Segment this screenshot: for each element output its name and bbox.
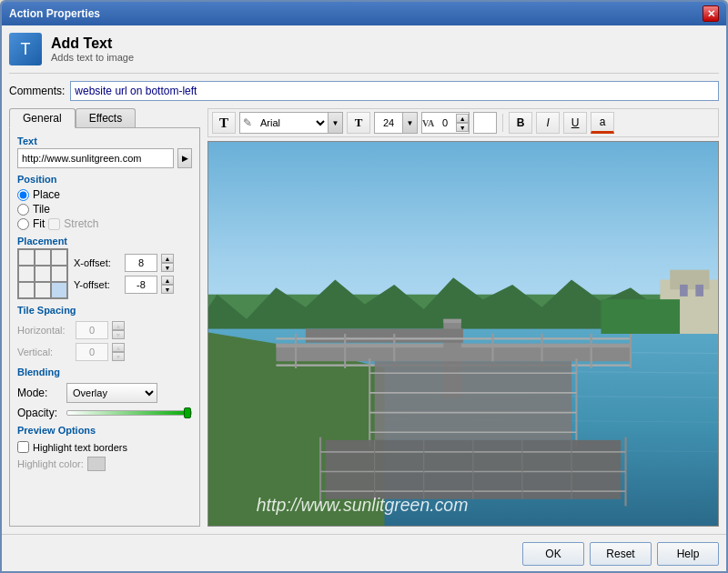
horizontal-row: Horizontal: ▲ ▼ [17, 321, 192, 339]
color-picker-button[interactable] [473, 112, 497, 134]
va-spinner[interactable]: ▲ ▼ [456, 114, 469, 132]
size-selector[interactable]: ▼ [374, 112, 418, 134]
place-label: Place [33, 188, 60, 201]
place-radio[interactable] [17, 189, 29, 201]
action-title: Add Text [51, 35, 134, 52]
va-box[interactable]: VA ▲ ▼ [421, 112, 470, 134]
toolbar-row: T ✎ Arial Times New Roman Helvetica ▼ [207, 108, 719, 137]
size-dropdown-btn[interactable]: ▼ [402, 113, 417, 133]
grid-cell-8[interactable] [35, 282, 51, 298]
horizontal-spinner: ▲ ▼ [112, 321, 125, 339]
icon-text: T [21, 40, 31, 59]
svg-rect-13 [695, 285, 703, 297]
horizontal-down: ▼ [112, 330, 125, 339]
x-offset-down[interactable]: ▼ [161, 263, 174, 272]
offset-fields: X-offset: ▲ ▼ Y-offset: [74, 254, 174, 294]
header-section: T Add Text Adds text to image [9, 33, 719, 74]
size-input[interactable] [375, 117, 402, 128]
y-offset-up[interactable]: ▲ [161, 276, 174, 285]
reset-button[interactable]: Reset [590, 542, 652, 566]
opacity-thumb[interactable] [184, 407, 191, 418]
vertical-up: ▲ [112, 343, 125, 352]
text-input[interactable] [17, 148, 174, 168]
grid-cell-9[interactable] [51, 282, 67, 298]
comments-input[interactable] [70, 81, 719, 101]
title-bar: Action Properties ✕ [2, 2, 726, 25]
tile-radio[interactable] [17, 204, 29, 216]
bold-button[interactable]: B [509, 112, 532, 134]
underline-button[interactable]: U [563, 112, 587, 134]
text-arrow-button[interactable]: ▶ [177, 148, 192, 168]
ok-button[interactable]: OK [522, 542, 584, 566]
tile-label: Tile [33, 203, 50, 216]
x-offset-row: X-offset: ▲ ▼ [74, 254, 174, 272]
highlight-borders-row: Highlight text borders [17, 441, 192, 453]
grid-cell-1[interactable] [18, 249, 35, 266]
svg-rect-19 [306, 329, 463, 343]
scene-svg: http://www.sunlitgreen.com [208, 142, 718, 526]
fit-radio-row: Fit Stretch [17, 217, 192, 230]
va-input[interactable] [434, 117, 456, 128]
y-offset-spinner[interactable]: ▲ ▼ [161, 276, 174, 294]
font-icon: ✎ [243, 116, 252, 129]
left-panel: General Effects Text ▶ Position [9, 108, 200, 527]
vertical-row: Vertical: ▲ ▼ [17, 343, 192, 361]
vertical-spinner: ▲ ▼ [112, 343, 125, 361]
placement-grid[interactable] [17, 248, 68, 299]
vertical-down: ▼ [112, 352, 125, 361]
italic-button[interactable]: I [536, 112, 560, 134]
vertical-input [76, 343, 108, 361]
x-offset-spinner[interactable]: ▲ ▼ [161, 254, 174, 272]
font-dropdown-btn[interactable]: ▼ [328, 113, 342, 133]
main-row: General Effects Text ▶ Position [9, 108, 719, 527]
grid-cell-6[interactable] [51, 266, 67, 282]
x-offset-input[interactable] [125, 254, 157, 272]
right-panel: T ✎ Arial Times New Roman Helvetica ▼ [207, 108, 719, 527]
svg-rect-12 [680, 285, 688, 297]
svg-text:http://www.sunlitgreen.com: http://www.sunlitgreen.com [257, 495, 469, 515]
mode-label: Mode: [17, 387, 61, 399]
toolbar-separator [502, 114, 503, 132]
y-offset-down[interactable]: ▼ [161, 285, 174, 294]
text-row: ▶ [17, 148, 192, 168]
opacity-slider[interactable] [66, 410, 192, 416]
font-size-icon-button[interactable]: T [347, 112, 370, 134]
blending-section: Blending Mode: Overlay Normal Multiply S… [17, 367, 192, 419]
tab-general[interactable]: General [9, 108, 76, 128]
text-type-button[interactable]: T [212, 112, 236, 134]
highlight-color-row: Highlight color: [17, 457, 192, 471]
horizontal-up: ▲ [112, 321, 125, 330]
grid-cell-2[interactable] [35, 249, 51, 266]
highlight-label: Highlight text borders [33, 442, 127, 453]
stretch-checkbox[interactable] [48, 218, 60, 230]
mode-select[interactable]: Overlay Normal Multiply Screen [66, 383, 157, 403]
grid-cell-7[interactable] [18, 282, 35, 298]
highlight-color-label: Highlight color: [17, 458, 84, 469]
font-selector[interactable]: ✎ Arial Times New Roman Helvetica ▼ [239, 112, 343, 134]
fit-radio[interactable] [17, 218, 29, 230]
y-offset-input[interactable] [125, 276, 157, 294]
x-offset-up[interactable]: ▲ [161, 254, 174, 263]
stretch-label: Stretch [64, 217, 98, 230]
vertical-label: Vertical: [17, 347, 72, 357]
grid-cell-3[interactable] [51, 249, 67, 266]
va-down[interactable]: ▼ [456, 123, 469, 132]
grid-cell-5[interactable] [35, 266, 51, 282]
y-offset-label: Y-offset: [74, 279, 121, 290]
position-label: Position [17, 174, 192, 185]
help-button[interactable]: Help [657, 542, 719, 566]
grid-cell-4[interactable] [18, 266, 35, 282]
horizontal-input [76, 321, 108, 339]
position-section: Position Place Tile Fit [17, 174, 192, 230]
tab-effects[interactable]: Effects [76, 108, 136, 127]
tile-spacing-section: Tile Spacing Horizontal: ▲ ▼ Vertical: [17, 305, 192, 361]
text-color-button[interactable]: a [591, 112, 614, 134]
close-button[interactable]: ✕ [703, 5, 719, 22]
tile-spacing-label: Tile Spacing [17, 305, 192, 316]
highlight-color-swatch[interactable] [87, 457, 106, 471]
content-area: T Add Text Adds text to image Comments: … [2, 25, 726, 534]
blending-label: Blending [17, 367, 192, 377]
va-up[interactable]: ▲ [456, 114, 469, 123]
highlight-checkbox[interactable] [17, 441, 29, 453]
font-select[interactable]: Arial Times New Roman Helvetica [255, 113, 328, 133]
